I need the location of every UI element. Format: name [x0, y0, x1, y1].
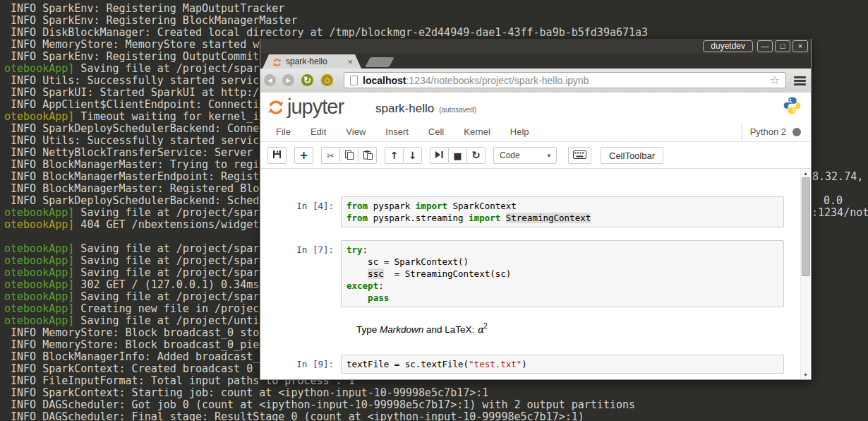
terminal-line: INFO SparkContext: Created broadcast 0 [4, 363, 253, 375]
minimize-button[interactable]: — [757, 40, 773, 52]
terminal-line: otebookApp] Creating new file in /projec [4, 303, 259, 315]
maximize-button[interactable]: □ [775, 40, 790, 52]
minimize-icon: — [761, 42, 769, 50]
cut-cell-icon: ✂ [327, 150, 334, 161]
terminal-line: INFO DAGScheduler: Final stage: ResultSt… [4, 411, 584, 421]
browser-window: duyetdev —□× spark-hello × ◂ ▸ ↻ ⌂ local… [260, 39, 812, 380]
terminal-line-fragment: 0.0 [824, 195, 843, 207]
cell-type-value: Code [500, 150, 520, 160]
menu-cell[interactable]: Cell [428, 126, 444, 137]
address-bar[interactable]: localhost:1234/notebooks/project/spark-h… [344, 72, 786, 88]
stop-kernel-button[interactable]: ■ [448, 147, 467, 164]
save-icon [272, 150, 282, 161]
cell-type-dropdown[interactable]: Code▼ [493, 147, 557, 164]
copy-cell-icon [344, 150, 354, 162]
terminal-line: otebookApp] Saving file at /project/spar [4, 207, 259, 219]
add-cell-button[interactable]: + [294, 147, 313, 164]
cut-cell-button[interactable]: ✂ [321, 147, 340, 164]
code-editor[interactable]: textFile = sc.textFile("test.txt") [341, 355, 784, 374]
notebook-menubar: FileEditViewInsertCellKernelHelp Python … [260, 122, 811, 142]
cell-prompt: In [4]: [260, 196, 341, 227]
cell-prompt: In [9]: [260, 355, 341, 374]
jupyter-logo[interactable]: jupyter [267, 95, 344, 119]
forward-icon[interactable]: ▸ [282, 74, 294, 86]
code-cell: In [7]:try: sc = SparkContext() ssc = St… [260, 240, 784, 307]
keyboard-icon [573, 150, 586, 161]
terminal-line: INFO MemoryStore: Block broadcast_0_pie [4, 339, 259, 351]
reload-icon[interactable]: ↻ [301, 74, 313, 86]
run-cell-button[interactable] [430, 147, 449, 164]
screen: INFO SparkEnv: Registering MapOutputTrac… [0, 0, 868, 421]
scroll-up-icon[interactable]: ▲ [801, 171, 810, 176]
copy-cell-button[interactable] [339, 147, 358, 164]
menu-insert[interactable]: Insert [385, 126, 409, 137]
terminal-line: INFO BlockManagerMasterEndpoint: Regist [4, 171, 259, 183]
browser-menu-icon[interactable] [794, 76, 806, 85]
maximize-icon: □ [780, 42, 785, 50]
terminal-line: otebookApp] Saving file at /project/spar [4, 267, 259, 279]
menu-help[interactable]: Help [510, 126, 529, 137]
terminal-line: INFO SparkDeploySchedulerBackend: Sched [4, 195, 259, 207]
close-icon: × [798, 42, 802, 50]
move-down-button[interactable]: ↓ [403, 147, 422, 164]
terminal-line: INFO SparkContext: Starting job: count a… [4, 387, 488, 399]
stop-kernel-icon: ■ [453, 150, 462, 161]
terminal-line: otebookApp] 404 GET /nbextensions/widget [4, 219, 259, 231]
paste-cell-button[interactable] [358, 147, 377, 164]
terminal-line: INFO BlockManagerInfo: Added broadcast_ [4, 351, 259, 363]
terminal-line: otebookApp] Saving file at /project/spar [4, 255, 259, 267]
scrollbar-thumb[interactable] [802, 177, 810, 276]
terminal-line: INFO SparkEnv: Registering BlockManagerM… [4, 15, 297, 27]
paste-cell-icon [363, 150, 373, 162]
jupyter-logo-icon [267, 99, 284, 116]
terminal-line: INFO Utils: Successfully started servic [4, 75, 259, 87]
terminal-line: INFO Utils: Successfully started servic [4, 135, 259, 147]
code-editor[interactable]: try: sc = SparkContext() ssc = Streaming… [341, 240, 784, 307]
profile-badge: duyetdev [703, 40, 753, 52]
tab-close-icon[interactable]: × [347, 57, 353, 66]
back-icon[interactable]: ◂ [264, 74, 276, 86]
cell-prompt: In [7]: [260, 240, 341, 307]
menu-view[interactable]: View [346, 126, 366, 137]
terminal-line: INFO SparkDeploySchedulerBackend: Conne [4, 123, 259, 135]
url-text: localhost:1234/notebooks/project/spark-h… [363, 75, 589, 86]
terminal-line: otebookApp] Saving file at /project/spar [4, 291, 259, 303]
chevron-down-icon: ▼ [546, 153, 552, 159]
bookmark-star-icon[interactable]: ☆ [770, 75, 780, 86]
tab-favicon-jupyter-spinner-icon [272, 57, 282, 66]
terminal-line-fragment: 8.32.74, [812, 171, 863, 183]
kernel-busy-icon [792, 128, 801, 136]
url-host: localhost [363, 75, 406, 86]
url-path: :1234/notebooks/project/spark-hello.ipyn… [406, 75, 589, 86]
code-editor[interactable]: from pyspark import SparkContext from py… [341, 196, 784, 227]
menu-edit[interactable]: Edit [311, 126, 326, 137]
python-logo-icon [783, 96, 802, 118]
scrollbar[interactable]: ▲ ▼ [800, 169, 810, 379]
run-cell-icon [435, 150, 444, 161]
home-icon[interactable]: ⌂ [321, 74, 333, 86]
save-button[interactable] [267, 147, 287, 164]
terminal-line: INFO NettyBlockTransferService: Server [4, 147, 253, 159]
code-cell: In [4]:from pyspark import SparkContext … [260, 196, 784, 227]
kernel-indicator: Python 2 [742, 124, 801, 140]
autosave-status: (autosaved) [439, 106, 476, 114]
tab-spark-hello[interactable]: spark-hello × [263, 54, 361, 69]
terminal-line: INFO BlockManagerMaster: Trying to regi [4, 159, 259, 171]
jupyter-logo-text: jupyter [287, 95, 344, 119]
tab-title: spark-hello [286, 57, 344, 66]
close-button[interactable]: × [792, 40, 808, 52]
scroll-down-icon[interactable]: ▼ [801, 372, 810, 377]
terminal-line: otebookApp] Saving file at /project/unti [4, 315, 259, 327]
markdown-cell[interactable]: Type Markdown and LaTeX: α2 [260, 320, 784, 336]
menu-file[interactable]: File [276, 126, 291, 137]
terminal-line: INFO DAGScheduler: Got job 0 (count at <… [4, 399, 635, 411]
command-palette-button[interactable] [568, 147, 591, 164]
new-tab-button[interactable] [365, 57, 394, 67]
notebook-title-text: spark-hello [375, 102, 434, 115]
terminal-line: otebookApp] Saving file at /project/spar [4, 63, 259, 75]
celltoolbar-button[interactable]: CellToolbar [601, 147, 663, 164]
menu-kernel[interactable]: Kernel [464, 126, 490, 137]
restart-kernel-button[interactable]: ↻ [466, 147, 486, 164]
move-up-button[interactable]: ↑ [385, 147, 404, 164]
notebook-title[interactable]: spark-hello(autosaved) [375, 102, 476, 116]
